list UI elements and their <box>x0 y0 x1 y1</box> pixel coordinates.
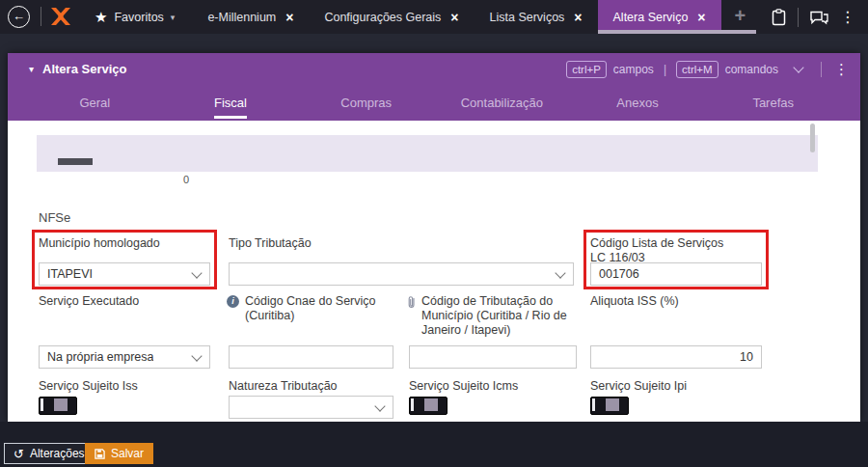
tab-label: Altera Serviço <box>613 11 689 24</box>
servico-executado-label: Serviço Executado <box>39 294 139 309</box>
favorites-menu[interactable]: ★ Favoritos ▾ <box>87 0 182 34</box>
sujeito-ipi-toggle[interactable] <box>590 397 629 415</box>
trib-municipio-label: Código de Tributação do Município (Curit… <box>421 294 581 338</box>
chart-plot-area <box>37 135 818 172</box>
cnae-label: Código Cnae do Serviço (Curitiba) <box>245 294 380 323</box>
alteracoes-label: Alterações <box>30 447 85 460</box>
divider <box>41 7 41 26</box>
shortcut-comandos-label: comandos <box>725 63 778 76</box>
millennium-logo-icon <box>50 7 71 34</box>
tab-label: Lista Serviços <box>490 11 565 24</box>
aliquota-input[interactable] <box>590 345 762 369</box>
tab-compras[interactable]: Compras <box>298 85 434 121</box>
divider <box>821 62 822 77</box>
codigo-lista-label: Código Lista de Serviços LC 116/03 <box>590 236 769 265</box>
chevron-down-icon: ▾ <box>171 13 176 22</box>
shortcut-campos-key: ctrl+P <box>566 61 607 78</box>
form-tab-strip: Geral Fiscal Compras Contabilização Anex… <box>8 85 860 121</box>
tab-tarefas[interactable]: Tarefas <box>705 85 841 121</box>
salvar-label: Salvar <box>111 447 144 460</box>
sujeito-iss-label: Serviço Sujeito Iss <box>39 379 138 394</box>
window-title: Altera Serviço <box>42 62 126 76</box>
chart-axis-tick: 0 <box>183 174 189 185</box>
tab-fiscal[interactable]: Fiscal <box>163 85 299 121</box>
chevron-down-icon <box>191 350 202 361</box>
save-icon <box>95 449 105 459</box>
chart-remnant: 0 <box>8 121 860 184</box>
tab-label: e-Millennium <box>207 11 276 24</box>
app-window: ← ★ Favoritos ▾ e-Millennium × Configura… <box>0 0 868 467</box>
servico-executado-select[interactable]: Na própria empresa <box>39 345 210 369</box>
sujeito-ipi-label: Serviço Sujeito Ipi <box>590 379 687 394</box>
salvar-button[interactable]: Salvar <box>85 443 153 464</box>
cnae-input[interactable] <box>229 345 393 369</box>
tab-label: Configurações Gerais <box>324 11 441 24</box>
favorites-label: Favoritos <box>114 11 163 24</box>
trib-municipio-label-group: Código de Tributação do Município (Curit… <box>407 294 585 338</box>
back-button[interactable]: ← <box>8 6 30 28</box>
section-title-nfse: NFSe <box>39 210 70 225</box>
municipio-select[interactable]: ITAPEVI <box>39 262 210 286</box>
natureza-select[interactable] <box>229 396 393 419</box>
tab-e-millennium[interactable]: e-Millennium × <box>192 0 309 34</box>
codigo-lista-label-line1: Código Lista de Serviços <box>590 236 723 250</box>
tab-geral[interactable]: Geral <box>27 85 163 121</box>
natureza-label: Natureza Tributação <box>229 379 338 394</box>
sujeito-icms-label: Serviço Sujeito Icms <box>409 379 518 394</box>
chat-icon[interactable] <box>810 10 828 25</box>
divider <box>798 8 799 27</box>
window-header: ▾ Altera Serviço ctrl+P campos | ctrl+M … <box>8 53 860 85</box>
browser-topbar: ← ★ Favoritos ▾ e-Millennium × Configura… <box>0 0 868 34</box>
sujeito-iss-toggle[interactable] <box>39 397 77 415</box>
chevron-down-icon <box>191 267 202 278</box>
municipio-label: Município homologado <box>39 236 160 251</box>
clipboard-icon[interactable] <box>772 9 786 26</box>
tab-anexos[interactable]: Anexos <box>570 85 706 121</box>
chevron-down-icon <box>374 400 385 411</box>
aliquota-label: Aliquota ISS (%) <box>590 294 679 309</box>
info-icon[interactable]: i <box>227 295 239 308</box>
chevron-down-icon[interactable] <box>793 62 803 72</box>
close-icon[interactable]: × <box>697 11 705 24</box>
tab-altera-servico[interactable]: Altera Serviço × <box>598 0 721 34</box>
tipo-tributacao-select[interactable] <box>229 262 574 286</box>
footer-bar: ↺ Alterações Salvar <box>0 422 868 467</box>
tipo-tributacao-label: Tipo Tributação <box>229 236 312 251</box>
kebab-menu-icon[interactable]: ⋮ <box>840 8 856 26</box>
shortcut-separator: | <box>664 63 666 76</box>
sujeito-icms-toggle[interactable] <box>409 397 448 415</box>
municipio-value: ITAPEVI <box>47 267 93 281</box>
close-icon[interactable]: × <box>450 11 458 24</box>
tab-contabilizacao[interactable]: Contabilização <box>434 85 570 121</box>
tab-configuracoes-gerais[interactable]: Configurações Gerais × <box>309 0 474 34</box>
alteracoes-button[interactable]: ↺ Alterações <box>4 443 95 464</box>
tab-lista-servicos[interactable]: Lista Serviços × <box>475 0 598 34</box>
chevron-down-icon <box>555 267 565 278</box>
chart-bar <box>58 158 93 165</box>
top-tab-strip: e-Millennium × Configurações Gerais × Li… <box>192 0 720 34</box>
trib-municipio-input[interactable] <box>409 345 577 369</box>
undo-icon: ↺ <box>14 448 24 460</box>
close-icon[interactable]: × <box>285 11 293 24</box>
star-icon: ★ <box>95 9 107 26</box>
codigo-lista-input[interactable] <box>590 262 762 286</box>
scrollbar-thumb[interactable] <box>810 124 815 152</box>
window-menu-icon[interactable]: ⋮ <box>834 61 849 78</box>
shortcut-comandos-key: ctrl+M <box>676 61 719 78</box>
servico-executado-value: Na própria empresa <box>47 350 153 364</box>
collapse-caret-icon[interactable]: ▾ <box>29 64 34 74</box>
shortcut-campos-label: campos <box>613 63 654 76</box>
close-icon[interactable]: × <box>574 11 582 24</box>
cnae-label-group: i Código Cnae do Serviço (Curitiba) <box>227 294 386 323</box>
altera-servico-window: ▾ Altera Serviço ctrl+P campos | ctrl+M … <box>8 53 860 422</box>
paperclip-icon <box>407 295 416 338</box>
